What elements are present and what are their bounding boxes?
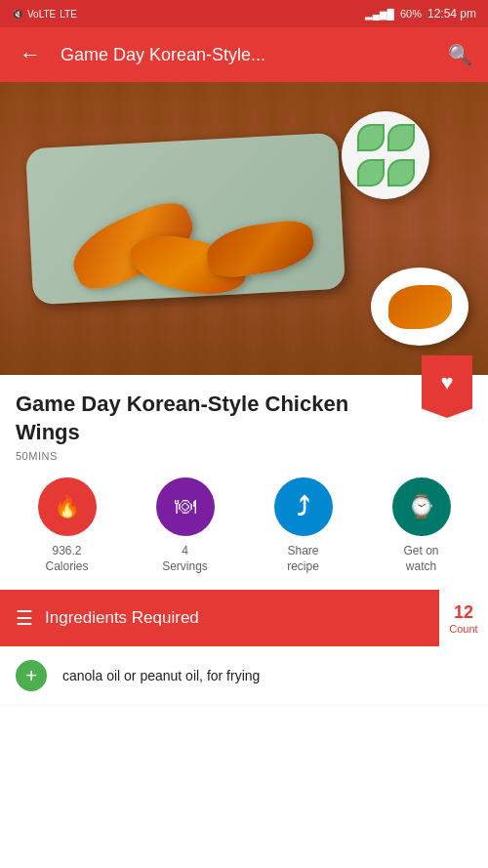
ingredients-header: ☰ Ingredients Required 12 Count	[0, 590, 488, 646]
watch-button[interactable]: ⌚	[392, 477, 451, 536]
calories-text: Calories	[45, 559, 88, 575]
ingredient-item: + canola oil or peanut oil, for frying	[0, 646, 488, 706]
action-watch: ⌚ Get on watch	[362, 477, 480, 574]
actions-row: 🔥 936.2 Calories 🍽 4 Servings ⤴ Share re…	[0, 462, 488, 590]
share-icon: ⤴	[297, 492, 309, 522]
servings-text: Servings	[162, 559, 208, 575]
watch-icon: ⌚	[408, 494, 434, 519]
fire-icon: 🔥	[54, 494, 80, 519]
servings-button[interactable]: 🍽	[156, 477, 215, 536]
list-icon: ☰	[16, 606, 33, 630]
ingredients-label: Ingredients Required	[45, 608, 472, 628]
servings-label: 4 Servings	[162, 544, 208, 574]
app-bar: ← Game Day Korean-Style... 🔍	[0, 27, 488, 82]
ingredients-count-box: 12 Count	[439, 590, 488, 646]
mute-icon: 🔇	[12, 9, 23, 20]
share-label: Share recipe	[287, 544, 319, 574]
action-servings: 🍽 4 Servings	[126, 477, 244, 574]
back-button[interactable]: ←	[16, 38, 45, 71]
small-plate	[371, 268, 468, 346]
add-ingredient-button[interactable]: +	[16, 660, 47, 691]
recipe-title: Game Day Korean-Style Chicken Wings	[16, 391, 472, 446]
hero-image	[0, 82, 488, 375]
calories-button[interactable]: 🔥	[38, 477, 97, 536]
share-line2: recipe	[287, 559, 319, 575]
signal-icon: ▂▄▆█	[365, 9, 394, 20]
volte-label: VoLTE	[27, 9, 56, 20]
watch-line1: Get on	[403, 544, 438, 559]
recipe-info: Game Day Korean-Style Chicken Wings 50MI…	[0, 375, 488, 462]
ingredients-count-label: Count	[449, 623, 477, 635]
share-line1: Share	[287, 544, 319, 559]
plus-icon: +	[25, 666, 37, 685]
share-button[interactable]: ⤴	[274, 477, 333, 536]
food-tray	[25, 133, 346, 306]
bookmark-button[interactable]: ♥	[422, 355, 472, 418]
status-time: 12:54 pm	[427, 7, 476, 21]
calories-label: 936.2 Calories	[45, 544, 88, 574]
small-chicken-wing	[388, 285, 452, 329]
search-button[interactable]: 🔍	[448, 43, 472, 66]
ingredient-text: canola oil or peanut oil, for frying	[62, 667, 260, 686]
status-bar: 🔇 VoLTE LTE ▂▄▆█ 60% 12:54 pm	[0, 0, 488, 27]
dish-icon: 🍽	[175, 494, 196, 519]
chicken-wing-3	[204, 218, 317, 281]
battery-indicator: 60%	[400, 8, 422, 20]
ingredients-count: 12	[454, 602, 473, 623]
action-calories: 🔥 936.2 Calories	[8, 477, 126, 574]
watch-label: Get on watch	[403, 544, 438, 574]
servings-value: 4	[162, 544, 208, 559]
lte-label: LTE	[60, 9, 77, 20]
action-share: ⤴ Share recipe	[244, 477, 362, 574]
lime-bowl	[342, 111, 429, 199]
recipe-time: 50MINS	[16, 450, 472, 462]
heart-icon: ♥	[440, 370, 453, 395]
watch-line2: watch	[403, 559, 438, 575]
app-bar-title: Game Day Korean-Style...	[61, 45, 432, 65]
calories-value: 936.2	[45, 544, 88, 559]
